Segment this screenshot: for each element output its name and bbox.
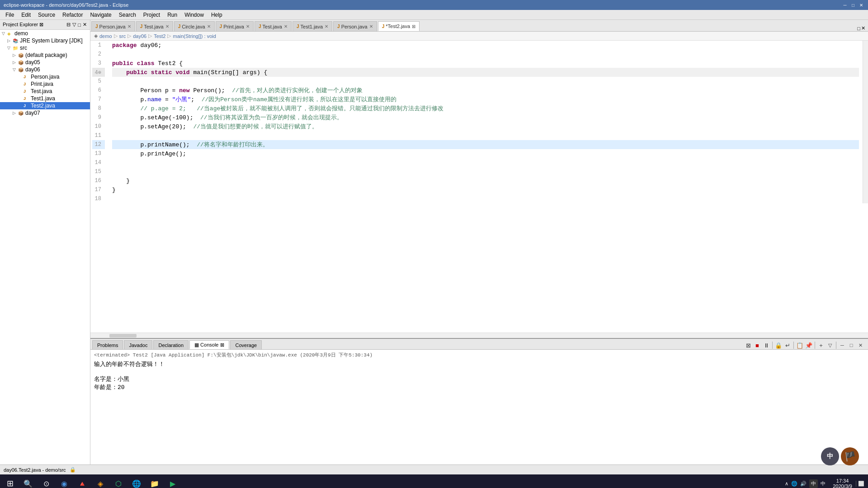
tab-javadoc[interactable]: Javadoc <box>124 340 152 349</box>
app2-taskbar-btn[interactable]: 🔺 <box>74 475 90 488</box>
tree-item-jre[interactable]: ▷ 📚 JRE System Library [JDK] <box>0 37 90 44</box>
tab-person2[interactable]: J Person.java ✕ <box>333 21 377 31</box>
start-button[interactable]: ⊞ <box>2 475 18 488</box>
code-line-11 <box>112 131 859 140</box>
tab-close-icon[interactable]: ✕ <box>165 24 169 29</box>
console-dropdown-icon[interactable]: ▽ <box>826 341 834 349</box>
tab-icon: J <box>337 24 340 29</box>
breadcrumb-demo[interactable]: demo <box>99 33 112 39</box>
editor-min-icon[interactable]: ✕ <box>861 25 865 31</box>
tree-item-demo[interactable]: ▽ ◈ demo <box>0 30 90 37</box>
tab-icon: J <box>140 24 143 29</box>
tree-item-test2[interactable]: J Test2.java <box>0 102 90 109</box>
stop-icon[interactable]: ■ <box>753 341 761 349</box>
tab-coverage[interactable]: Coverage <box>230 340 262 349</box>
editor-scrollbar[interactable] <box>863 41 868 203</box>
app6-taskbar-btn[interactable]: 📁 <box>146 475 163 488</box>
tray-arrow[interactable]: ∧ <box>785 481 788 487</box>
toolbar-sep <box>836 342 836 349</box>
title-text: eclipse-workspace - demo/src/day06/Test2… <box>4 2 128 8</box>
tray-lang[interactable]: 中 <box>809 479 818 488</box>
tab-close-icon[interactable]: ✕ <box>246 24 250 29</box>
tab-test-dup[interactable]: J Test.java ✕ <box>255 21 292 31</box>
menu-item-navigate[interactable]: Navigate <box>86 11 115 19</box>
menu-item-file[interactable]: File <box>2 11 18 19</box>
tree-item-test1[interactable]: J Test1.java <box>0 95 90 102</box>
breadcrumb-test2[interactable]: Test2 <box>154 33 165 39</box>
tab-circle[interactable]: J Circle.java ✕ <box>174 21 215 31</box>
menu-item-search[interactable]: Search <box>115 11 140 19</box>
tab-test1[interactable]: J Test1.java ✕ <box>292 21 332 31</box>
tab-person1[interactable]: J Person.java ✕ <box>91 21 135 31</box>
tab-close-icon[interactable]: ✕ <box>325 24 328 29</box>
menu-item-window[interactable]: Window <box>181 11 208 19</box>
tree-item-day06[interactable]: ▽ 📦 day06 <box>0 66 90 73</box>
menu-item-refactor[interactable]: Refactor <box>59 11 86 19</box>
breadcrumb-day06[interactable]: day06 <box>133 33 146 39</box>
tray-ime[interactable]: 中 <box>821 480 826 487</box>
tab-test2-active[interactable]: J *Test2.java ⊠ <box>378 21 420 31</box>
tab-close-icon[interactable]: ✕ <box>284 24 288 29</box>
menu-item-help[interactable]: Help <box>208 11 226 19</box>
tree-item-print[interactable]: J Print.java <box>0 80 90 88</box>
tab-close-icon[interactable]: ✕ <box>127 24 131 29</box>
tree-item-src[interactable]: ▽ 📁 src <box>0 44 90 52</box>
pe-close-icon[interactable]: ✕ <box>82 21 87 28</box>
tab-label: Person.java <box>341 24 368 29</box>
code-line-10: p.setAge(20); //当值是我们想要的时候，就可以进行赋值了。 <box>112 122 859 131</box>
line-num-8: 8 <box>92 104 105 113</box>
word-wrap-icon[interactable]: ↵ <box>783 341 792 349</box>
search-button[interactable]: 🔍 <box>20 475 36 488</box>
breadcrumb-src[interactable]: src <box>119 33 126 39</box>
close-view-icon[interactable]: ✕ <box>856 341 864 349</box>
tab-close-icon[interactable]: ⊠ <box>412 24 415 29</box>
menu-item-source[interactable]: Source <box>34 11 59 19</box>
tree-item-person[interactable]: J Person.java <box>0 73 90 80</box>
menu-item-project[interactable]: Project <box>140 11 164 19</box>
tab-close-icon[interactable]: ✕ <box>207 24 211 29</box>
tab-label-declaration: Declaration <box>158 343 184 348</box>
menu-item-run[interactable]: Run <box>164 11 181 19</box>
editor-hscrollbar[interactable] <box>90 333 868 338</box>
pe-collapse-icon[interactable]: ⊟ <box>66 21 71 28</box>
tree-item-day07[interactable]: ▷ 📦 day07 <box>0 109 90 117</box>
eclipse-taskbar-btn[interactable]: ◉ <box>56 475 72 488</box>
minimize-view-icon[interactable]: ─ <box>838 341 846 349</box>
tab-close-icon[interactable]: ✕ <box>369 24 373 29</box>
open-console-icon[interactable]: 📋 <box>796 341 804 349</box>
show-desktop[interactable]: ⬜ <box>856 481 866 487</box>
code-content[interactable]: package day06; public class Test2 { publ… <box>108 41 863 203</box>
pe-menu-icon[interactable]: ▽ <box>72 21 76 28</box>
scroll-lock-icon[interactable]: 🔒 <box>774 341 783 349</box>
ime-char-button[interactable]: 中 <box>821 447 839 465</box>
tab-console[interactable]: ▦ Console ⊠ <box>189 340 229 349</box>
close-button[interactable]: ✕ <box>858 2 864 8</box>
tree-item-day05[interactable]: ▷ 📦 day05 <box>0 59 90 66</box>
breadcrumb-main[interactable]: main(String[]) : void <box>173 33 216 39</box>
app5-taskbar-btn[interactable]: 🌐 <box>128 475 145 488</box>
clear-icon[interactable]: ⊠ <box>744 341 752 349</box>
menu-item-edit[interactable]: Edit <box>18 11 34 19</box>
tab-test[interactable]: J Test.java ✕ <box>136 21 173 31</box>
app3-taskbar-btn[interactable]: ◈ <box>92 475 108 488</box>
ime-avatar-button[interactable]: 🏴 <box>841 447 859 465</box>
task-view-button[interactable]: ⊙ <box>38 475 54 488</box>
pin-icon[interactable]: 📌 <box>805 341 813 349</box>
tab-declaration[interactable]: Declaration <box>153 340 189 349</box>
tree-item-default[interactable]: ▷ 📦 (default package) <box>0 52 90 59</box>
tab-close-console[interactable]: ⊠ <box>220 342 224 348</box>
tree-item-test[interactable]: J Test.java <box>0 88 90 95</box>
pause-icon[interactable]: ⏸ <box>762 341 770 349</box>
code-editor[interactable]: 1 2 3 4⊕ 5 6 7 8 9 10 11 12 13 14 15 16 <box>90 41 868 333</box>
editor-max-icon[interactable]: □ <box>857 26 860 31</box>
tab-print[interactable]: J Print.java ✕ <box>216 21 254 31</box>
maximize-view-icon[interactable]: □ <box>847 341 855 349</box>
tab-icon: J <box>297 24 299 29</box>
minimize-button[interactable]: ─ <box>842 2 848 8</box>
maximize-button[interactable]: □ <box>850 2 856 8</box>
new-console-icon[interactable]: + <box>817 341 825 349</box>
tab-problems[interactable]: Problems <box>92 340 123 349</box>
pe-max-icon[interactable]: □ <box>77 22 81 28</box>
app7-taskbar-btn[interactable]: ▶ <box>165 475 181 488</box>
app4-taskbar-btn[interactable]: ⬡ <box>110 475 127 488</box>
